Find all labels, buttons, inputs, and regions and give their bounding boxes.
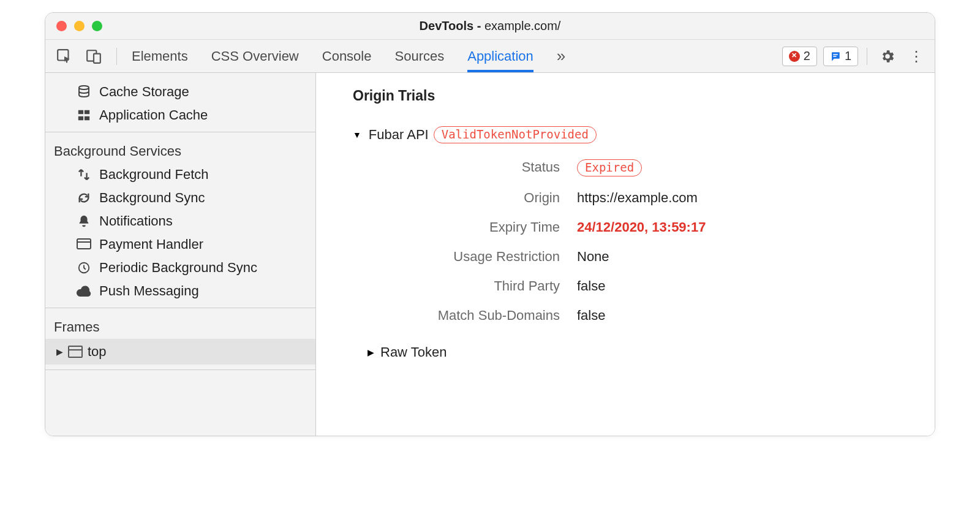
- sidebar-item-push-messaging[interactable]: Push Messaging: [45, 279, 315, 303]
- main-content: Origin Trials ▼ Fubar API ValidTokenNotP…: [316, 73, 935, 436]
- status-value: Expired: [577, 159, 935, 176]
- sidebar-group-title: Background Services: [45, 137, 315, 163]
- raw-token-label: Raw Token: [380, 344, 447, 360]
- page-heading: Origin Trials: [353, 88, 935, 104]
- svg-rect-9: [85, 116, 89, 120]
- card-icon: [76, 237, 92, 252]
- sidebar-item-frame-top[interactable]: ▶ top: [45, 339, 315, 365]
- origin-value: https://example.com: [577, 190, 935, 206]
- devtools-window: DevTools - example.com/ Elements CSS Ove…: [45, 12, 935, 436]
- trial-status-pill: ValidTokenNotProvided: [434, 126, 597, 143]
- window-title: DevTools - example.com/: [45, 19, 935, 33]
- sidebar-item-background-sync[interactable]: Background Sync: [45, 186, 315, 210]
- messages-badge[interactable]: 1: [823, 47, 858, 66]
- more-options-icon[interactable]: ⋮: [905, 47, 927, 66]
- expiry-value: 24/12/2020, 13:59:17: [577, 219, 935, 235]
- fetch-icon: [76, 167, 92, 183]
- titlebar: DevTools - example.com/: [45, 13, 935, 40]
- raw-token-row[interactable]: ▶ Raw Token: [368, 344, 935, 360]
- window-close-button[interactable]: [56, 21, 67, 31]
- tab-sources[interactable]: Sources: [394, 40, 444, 72]
- sidebar-item-label: Background Sync: [99, 190, 205, 206]
- sidebar-item-label: Application Cache: [99, 107, 208, 123]
- chevron-down-icon: ▼: [353, 130, 361, 140]
- window-title-host: example.com/: [484, 19, 561, 32]
- third-party-label: Third Party: [364, 278, 560, 294]
- sidebar-group-title: Frames: [45, 313, 315, 339]
- error-icon: [789, 51, 800, 62]
- inspect-element-icon[interactable]: [56, 48, 72, 64]
- message-icon: [830, 51, 841, 62]
- frame-icon: [68, 346, 83, 358]
- cloud-icon: [76, 283, 92, 299]
- toolbar-right: 2 1 ⋮: [782, 46, 927, 67]
- tab-css-overview[interactable]: CSS Overview: [211, 40, 299, 72]
- device-toolbar-icon[interactable]: [86, 48, 102, 64]
- tab-elements[interactable]: Elements: [132, 40, 188, 72]
- window-zoom-button[interactable]: [92, 21, 102, 31]
- sidebar-item-application-cache[interactable]: Application Cache: [45, 104, 315, 127]
- settings-gear-icon[interactable]: [876, 46, 899, 67]
- usage-restriction-label: Usage Restriction: [364, 249, 560, 265]
- sidebar-group-cache: Cache Storage Application Cache: [45, 73, 315, 132]
- window-title-prefix: DevTools -: [420, 19, 484, 32]
- match-subdomains-label: Match Sub-Domains: [364, 308, 560, 324]
- svg-rect-7: [85, 110, 89, 114]
- sidebar-item-label: Notifications: [99, 213, 173, 229]
- grid-icon: [76, 107, 92, 123]
- svg-rect-3: [833, 54, 838, 55]
- chevron-right-icon: ▶: [368, 347, 374, 357]
- sidebar-item-background-fetch[interactable]: Background Fetch: [45, 163, 315, 186]
- sidebar-item-label: Payment Handler: [99, 237, 203, 252]
- sidebar-item-cache-storage[interactable]: Cache Storage: [45, 80, 315, 104]
- chevron-right-icon: ▶: [56, 347, 63, 357]
- tab-application[interactable]: Application: [467, 40, 533, 72]
- svg-rect-6: [78, 110, 83, 114]
- sidebar: Cache Storage Application Cache Backgrou…: [45, 73, 316, 436]
- expiry-label: Expiry Time: [364, 219, 560, 235]
- messages-count: 1: [845, 49, 851, 63]
- svg-rect-2: [94, 53, 100, 63]
- sidebar-item-label: Push Messaging: [99, 283, 199, 299]
- sidebar-item-label: Cache Storage: [99, 84, 189, 100]
- tab-strip: Elements CSS Overview Console Sources Ap…: [132, 40, 565, 72]
- sidebar-item-payment-handler[interactable]: Payment Handler: [45, 233, 315, 256]
- sidebar-item-notifications[interactable]: Notifications: [45, 210, 315, 233]
- origin-label: Origin: [364, 190, 560, 206]
- status-pill: Expired: [577, 159, 642, 176]
- toolbar-separator: [867, 48, 867, 65]
- traffic-lights: [45, 21, 102, 31]
- body: Cache Storage Application Cache Backgrou…: [45, 73, 935, 436]
- clock-icon: [76, 260, 92, 276]
- sync-icon: [76, 190, 92, 206]
- sidebar-item-label: Background Fetch: [99, 167, 209, 183]
- sidebar-item-periodic-background-sync[interactable]: Periodic Background Sync: [45, 256, 315, 279]
- sidebar-item-label: Periodic Background Sync: [99, 260, 257, 276]
- usage-restriction-value: None: [577, 249, 935, 265]
- trial-header[interactable]: ▼ Fubar API ValidTokenNotProvided: [353, 126, 935, 143]
- sidebar-group-frames: Frames ▶ top: [45, 308, 315, 370]
- bell-icon: [76, 213, 92, 229]
- trial-name: Fubar API: [369, 127, 429, 143]
- match-subdomains-value: false: [577, 308, 935, 324]
- third-party-value: false: [577, 278, 935, 294]
- trial-details: Status Expired Origin https://example.co…: [364, 159, 935, 324]
- sidebar-group-background-services: Background Services Background Fetch Bac…: [45, 132, 315, 308]
- database-icon: [76, 84, 92, 100]
- more-tabs-icon[interactable]: »: [557, 47, 565, 66]
- sidebar-item-label: top: [88, 344, 107, 360]
- svg-point-5: [79, 86, 89, 89]
- toolbar-separator: [116, 48, 117, 65]
- window-minimize-button[interactable]: [74, 21, 85, 31]
- svg-rect-8: [78, 116, 83, 120]
- errors-count: 2: [804, 49, 810, 63]
- svg-rect-4: [833, 56, 836, 57]
- status-label: Status: [364, 159, 560, 176]
- tab-console[interactable]: Console: [322, 40, 372, 72]
- toolbar: Elements CSS Overview Console Sources Ap…: [45, 40, 935, 73]
- errors-badge[interactable]: 2: [782, 47, 817, 66]
- svg-rect-10: [77, 239, 91, 249]
